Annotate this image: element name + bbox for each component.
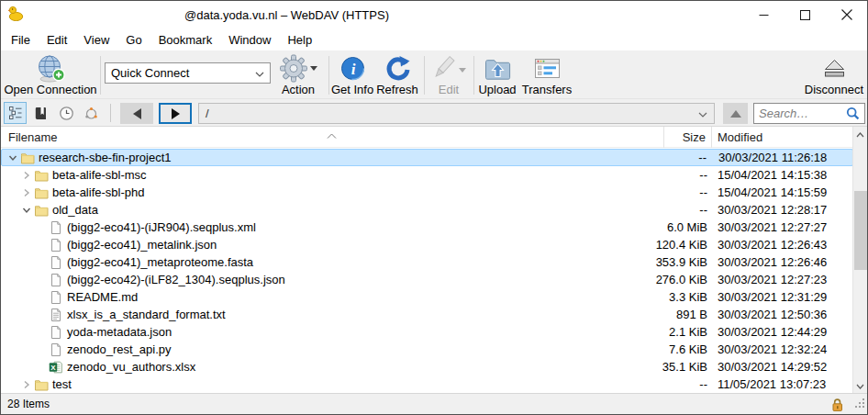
file-excel-icon: X [49,360,63,375]
filename-cell: (bigg2-eco41)_metalink.json [67,238,217,252]
tree-indent [1,349,34,350]
bookmarks-toggle[interactable] [29,102,52,124]
table-row[interactable]: zenodo_rest_api.py7.6 KiB30/03/2021 12:3… [1,341,853,358]
column-divider[interactable] [663,127,664,148]
scroll-down-button[interactable] [853,379,867,394]
table-row[interactable]: (bigg2-eco41)_metalink.json120.4 KiB30/0… [1,236,853,253]
action-button[interactable]: Action [273,53,324,97]
table-row[interactable]: research-sbe-fin-project1--30/03/2021 11… [1,149,853,166]
folder-icon [34,168,49,183]
table-row[interactable]: old_data--30/03/2021 12:28:17 [1,201,853,219]
disconnect-button[interactable]: Disconnect [802,53,866,97]
size-cell: 276.0 KiB [656,273,707,286]
menu-window[interactable]: Window [220,30,279,50]
size-cell: -- [698,151,707,164]
filename-cell: (bigg2-eco42)-(iLF82_1304).seqplus.json [67,273,285,286]
menu-file[interactable]: File [3,30,39,50]
disconnect-label: Disconnect [805,84,863,96]
close-icon [841,9,852,20]
tree-chevron-collapsed-icon[interactable] [19,377,34,392]
tree-chevron-expanded-icon[interactable] [6,151,20,165]
tree-chevron-collapsed-icon[interactable] [19,168,34,183]
column-header-size[interactable]: Size [683,130,706,144]
column-divider[interactable] [711,127,712,148]
outline-view-toggle[interactable] [4,102,27,124]
maximize-icon [800,10,810,20]
tree-chevron-collapsed-icon[interactable] [19,185,34,200]
size-cell: 353.9 KiB [656,255,707,269]
size-cell: 35.1 KiB [662,360,707,374]
filename-cell: zenodo_vu_authors.xlsx [67,360,195,374]
filename-cell: README.md [67,290,138,304]
file-list: research-sbe-fin-project1--30/03/2021 11… [1,148,854,395]
menu-go[interactable]: Go [117,30,150,50]
scrollbar-thumb[interactable] [854,191,867,270]
modified-cell: 30/03/2021 12:27:27 [718,220,827,234]
tree-chevron-placeholder [34,308,49,322]
scroll-up-button[interactable] [853,128,867,142]
secure-lock-icon [831,398,843,415]
tree-indent [1,209,19,210]
tree-chevron-placeholder [34,290,49,305]
search-input[interactable] [754,107,846,120]
tree-indent [1,174,19,175]
table-row[interactable]: Xzenodo_vu_authors.xlsx35.1 KiB30/03/202… [1,358,853,376]
file-icon [49,342,63,357]
resize-grip[interactable] [855,395,864,411]
table-row[interactable]: yoda-metadata.json2.1 KiB30/03/2021 12:4… [1,323,853,341]
tree-chevron-placeholder [34,342,49,357]
transfers-button[interactable]: Transfers [520,53,573,97]
table-row[interactable]: README.md3.3 KiB30/03/2021 12:31:29 [1,288,853,306]
edit-button[interactable]: Edit [427,53,471,97]
open-connection-icon [35,53,66,84]
upload-button[interactable]: Upload [475,53,519,97]
maximize-button[interactable] [785,1,826,28]
search-icon [846,107,860,120]
tree-indent [1,384,19,385]
table-row[interactable]: test--11/05/2021 13:07:23 [1,376,853,393]
size-cell: 7.6 KiB [669,342,707,356]
menu-edit[interactable]: Edit [39,30,75,50]
menu-help[interactable]: Help [279,30,320,50]
refresh-button[interactable]: Refresh [374,53,420,97]
menu-bookmark[interactable]: Bookmark [150,30,221,50]
size-cell: -- [699,203,707,217]
tree-chevron-placeholder [34,255,49,270]
quick-connect-combobox[interactable]: Quick Connect [105,62,271,84]
column-header-modified[interactable]: Modified [718,130,762,144]
table-row[interactable]: xlsx_is_a_standard_format.txt891 B30/03/… [1,306,853,323]
open-connection-button[interactable]: Open Connection [3,53,98,97]
edit-label: Edit [439,84,459,96]
vertical-scrollbar[interactable] [852,127,867,395]
back-button[interactable] [120,103,153,124]
tree-indent [1,192,19,193]
size-cell: -- [699,168,707,182]
table-row[interactable]: (bigg2-eco42)-(iLF82_1304).seqplus.json2… [1,271,853,288]
up-arrow-icon [730,110,741,118]
filename-cell: test [52,377,72,391]
forward-button[interactable] [159,103,192,124]
bonjour-toggle[interactable] [80,102,103,124]
filename-cell: zenodo_rest_api.py [67,342,171,356]
path-combobox[interactable]: / [198,103,715,124]
navbar-separator [110,104,111,122]
column-header-filename[interactable]: Filename [8,130,57,144]
refresh-icon [384,53,411,84]
minimize-button[interactable] [743,1,785,28]
history-toggle[interactable] [55,102,78,124]
table-row[interactable]: beta-alife-sbl-phd--15/04/2021 14:15:59 [1,184,853,201]
tree-chevron-expanded-icon[interactable] [19,203,34,218]
table-row[interactable]: (bigg2-eco41)_metaproteome.fasta353.9 Ki… [1,253,853,271]
tree-indent [1,331,34,332]
scroll-up-icon [856,132,864,138]
size-cell: 3.3 KiB [669,290,707,304]
get-info-button[interactable]: i Get Info [330,53,374,97]
menu-view[interactable]: View [75,30,117,50]
close-button[interactable] [826,1,867,28]
table-row[interactable]: beta-alife-sbl-msc--15/04/2021 14:15:38 [1,166,853,184]
modified-cell: 30/03/2021 12:44:29 [718,325,827,339]
table-row[interactable]: (bigg2-eco41)-(iJR904).seqplus.xml6.0 Mi… [1,219,853,236]
modified-cell: 30/03/2021 12:27:23 [718,273,827,286]
filename-cell: xlsx_is_a_standard_format.txt [67,308,226,321]
up-directory-button[interactable] [723,103,748,124]
